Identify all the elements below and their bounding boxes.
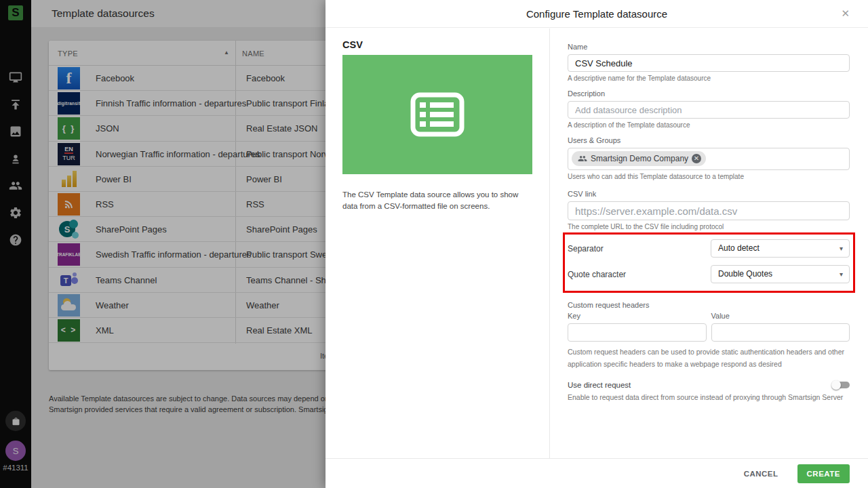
name-label: Name — [568, 43, 850, 51]
datasource-form: Name A descriptive name for the Template… — [549, 28, 868, 458]
description-label: Description — [568, 89, 850, 98]
csv-link-helper: The complete URL to the CSV file includi… — [568, 223, 850, 230]
datasource-description-text: The CSV Template data source allows you … — [342, 189, 532, 212]
datasource-type-heading: CSV — [342, 39, 532, 50]
users-groups-field[interactable]: Smartsign Demo Company ✕ — [568, 148, 850, 170]
close-icon[interactable]: ✕ — [841, 7, 850, 20]
caret-down-icon: ▾ — [840, 266, 843, 283]
caret-down-icon: ▾ — [840, 240, 843, 257]
csv-banner — [342, 55, 532, 174]
chip-remove-icon[interactable]: ✕ — [692, 154, 701, 163]
csv-table-icon — [410, 92, 465, 137]
custom-headers-label: Custom request headers — [568, 301, 850, 309]
description-input[interactable] — [568, 101, 850, 119]
modal-title: Configure Template datasource — [326, 0, 868, 28]
name-helper: A descriptive name for the Template data… — [568, 75, 850, 82]
custom-headers-helper: Custom request headers can be used to pr… — [568, 346, 850, 370]
csv-link-label: CSV link — [568, 190, 850, 198]
header-key-input[interactable] — [568, 323, 707, 342]
quote-character-label: Quote character — [568, 270, 626, 279]
description-helper: A description of the Template datasource — [568, 121, 850, 129]
header-value-input[interactable] — [711, 323, 850, 342]
header-value-label: Value — [711, 312, 850, 320]
modal-footer: CANCEL CREATE — [326, 458, 868, 488]
app-root: S S — [0, 0, 868, 488]
modal-body: CSV The CSV Template data source allows … — [326, 28, 868, 458]
cancel-button[interactable]: CANCEL — [738, 464, 784, 483]
separator-select[interactable]: Auto detect ▾ — [711, 239, 850, 258]
chip-label: Smartsign Demo Company — [591, 154, 688, 163]
create-button[interactable]: CREATE — [797, 464, 850, 483]
modal-header: Configure Template datasource ✕ — [326, 0, 868, 28]
direct-request-toggle[interactable] — [831, 380, 850, 390]
header-key-label: Key — [568, 312, 707, 320]
name-input[interactable] — [568, 54, 850, 72]
direct-request-label: Use direct request — [568, 381, 631, 389]
users-groups-chip[interactable]: Smartsign Demo Company ✕ — [572, 151, 706, 166]
users-groups-label: Users & Groups — [568, 136, 850, 144]
csv-link-input[interactable] — [568, 201, 850, 220]
direct-request-helper: Enable to request data direct from sourc… — [568, 393, 850, 401]
quote-character-select[interactable]: Double Quotes ▾ — [711, 265, 850, 283]
separator-label: Separator — [568, 244, 604, 253]
group-icon — [578, 154, 587, 163]
annotation-highlight-box: Separator Auto detect ▾ Quote character … — [563, 232, 855, 293]
datasource-info-panel: CSV The CSV Template data source allows … — [326, 28, 549, 458]
configure-datasource-modal: Configure Template datasource ✕ CSV The … — [326, 0, 868, 488]
users-groups-helper: Users who can add this Template datasour… — [568, 173, 850, 180]
